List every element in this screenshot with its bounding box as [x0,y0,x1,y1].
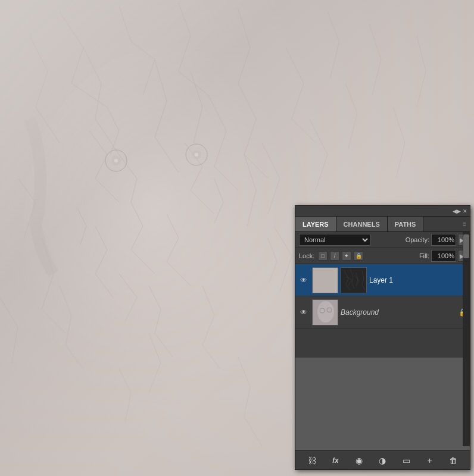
link-layers-btn[interactable]: ⛓ [305,454,319,467]
panel-scrollbar[interactable] [463,232,470,446]
layer1-name: Layer 1 [369,276,467,284]
lock-paint-btn[interactable]: / [330,251,339,261]
delete-layer-btn[interactable]: 🗑 [447,454,460,467]
blend-mode-select[interactable]: Normal Dissolve Multiply Screen Overlay [299,234,370,246]
collapse-btn[interactable]: ◀▶ [453,208,461,214]
svg-point-7 [195,153,198,156]
lock-icons: □ / ✦ 🔒 [318,251,363,261]
layers-panel: ◀▶ ✕ LAYERS CHANNELS PATHS ≡ Normal Diss… [295,205,470,470]
group-btn[interactable]: ▭ [400,454,413,467]
bottom-toolbar: ⛓ fx ◉ ◑ ▭ + 🗑 [295,450,470,469]
opacity-input[interactable] [431,234,456,246]
background-name: Background [341,308,456,317]
fill-input[interactable] [431,250,456,262]
lock-label: Lock: [299,252,314,259]
tabs-row: LAYERS CHANNELS PATHS ≡ [295,217,470,232]
opacity-label: Opacity: [406,236,429,243]
adjustment-btn[interactable]: ◑ [376,454,389,467]
lock-row: Lock: □ / ✦ 🔒 Fill: ▶ [295,248,470,264]
thumb-background [312,299,338,325]
fill-label: Fill: [419,252,429,259]
visibility-layer1[interactable]: 👁 [298,274,310,286]
panel-titlebar: ◀▶ ✕ [295,206,470,217]
fx-btn[interactable]: fx [329,454,342,467]
visibility-background[interactable]: 👁 [298,306,310,318]
tab-channels[interactable]: CHANNELS [336,217,388,231]
svg-point-4 [114,159,118,162]
new-layer-btn[interactable]: + [423,454,436,467]
mask-btn[interactable]: ◉ [353,454,366,467]
tab-layers[interactable]: LAYERS [295,217,336,231]
svg-rect-9 [341,268,367,293]
lock-all-btn[interactable]: 🔒 [354,251,363,261]
thumb-layer1-color [312,267,338,293]
lock-position-btn[interactable]: ✦ [342,251,351,261]
tab-paths[interactable]: PATHS [388,217,424,231]
scroll-thumb[interactable] [463,234,469,258]
panel-menu-btn[interactable]: ≡ [459,217,470,231]
layers-empty-area [295,358,470,451]
close-btn[interactable]: ✕ [463,208,467,214]
layer-item-layer1[interactable]: 👁 [295,264,470,296]
layer-item-background[interactable]: 👁 Background 🔒 [295,296,470,328]
blend-mode-row: Normal Dissolve Multiply Screen Overlay … [295,232,470,248]
layers-list: 👁 [295,264,470,358]
lock-transparent-btn[interactable]: □ [318,251,328,261]
thumb-layer1-mask [341,267,367,293]
